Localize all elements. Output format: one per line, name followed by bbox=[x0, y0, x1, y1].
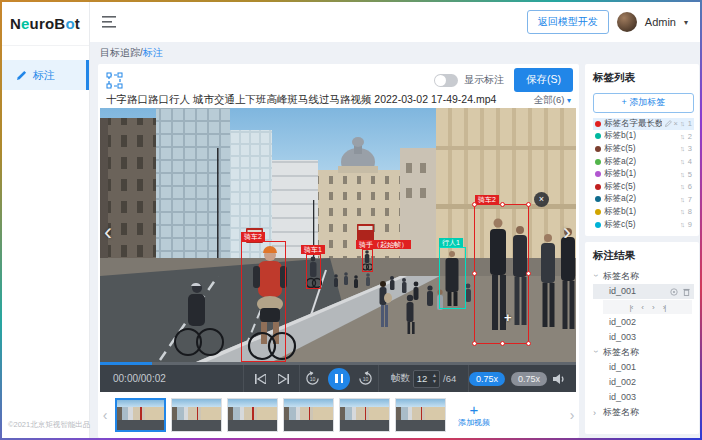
sort-label-icon[interactable]: ↑↓ bbox=[680, 145, 683, 152]
resize-handle[interactable] bbox=[500, 202, 505, 207]
resize-handle[interactable] bbox=[500, 341, 505, 346]
annotation-box-selected[interactable] bbox=[474, 204, 529, 344]
avatar[interactable] bbox=[617, 12, 637, 32]
back-to-model-dev-button[interactable]: 返回模型开发 bbox=[527, 10, 609, 34]
pager-next-icon[interactable]: › bbox=[652, 303, 654, 312]
sort-label-icon[interactable]: ↑↓ bbox=[680, 196, 683, 203]
bbox-label[interactable]: 骑车1 bbox=[301, 245, 325, 254]
stepper-arrows[interactable]: ▲▼ bbox=[430, 373, 439, 384]
label-row[interactable]: 标签名字最长数... × ↑↓ 1 bbox=[593, 118, 694, 131]
video-title: 十字路口路口行人 城市交通上下班高峰斑马线过马路视频 2022-03-02 17… bbox=[106, 93, 534, 107]
pause-button[interactable] bbox=[328, 368, 350, 390]
label-color-dot bbox=[595, 171, 601, 177]
frame-number-input[interactable] bbox=[414, 373, 430, 384]
video-thumbnail[interactable] bbox=[395, 398, 446, 432]
trash-icon[interactable] bbox=[683, 288, 690, 296]
result-group-header[interactable]: › 标签名称 bbox=[593, 405, 694, 420]
resize-handle[interactable] bbox=[526, 271, 531, 276]
step-down-icon[interactable]: ▼ bbox=[432, 379, 437, 384]
next-video-arrow-icon[interactable]: › bbox=[563, 220, 571, 244]
bbox-label[interactable]: 骑车2 bbox=[241, 232, 265, 241]
logo-text: e bbox=[21, 15, 30, 32]
breadcrumb-parent[interactable]: 目标追踪 bbox=[100, 47, 140, 58]
pager-first-icon[interactable]: |‹ bbox=[630, 303, 633, 312]
progress-bar[interactable] bbox=[100, 362, 576, 365]
result-item[interactable]: id_003 bbox=[593, 330, 694, 345]
delete-annotation-icon[interactable]: × bbox=[534, 192, 549, 207]
label-row[interactable]: 标签c(5) ↑↓ 3 bbox=[593, 143, 694, 156]
move-cursor-icon: + bbox=[504, 310, 512, 325]
rewind-10-icon[interactable]: 10 bbox=[305, 371, 320, 386]
video-thumbnail[interactable] bbox=[227, 398, 278, 432]
speed-volume-controls: 0.75x 0.75x bbox=[469, 362, 576, 392]
result-item-selected[interactable]: id_001 bbox=[593, 284, 694, 299]
video-thumbnail[interactable] bbox=[339, 398, 390, 432]
annotation-box[interactable] bbox=[439, 247, 466, 309]
add-label-button[interactable]: + 添加标签 bbox=[593, 93, 694, 113]
add-video-button[interactable]: + 添加视频 bbox=[451, 396, 497, 434]
edit-label-icon[interactable] bbox=[665, 120, 672, 127]
sort-label-icon[interactable]: ↑↓ bbox=[680, 133, 683, 140]
label-color-dot bbox=[595, 121, 601, 127]
collapse-menu-icon[interactable] bbox=[102, 16, 116, 28]
bbox-label[interactable]: 行人1 bbox=[439, 238, 463, 247]
show-annotations-toggle[interactable] bbox=[434, 74, 458, 87]
label-row[interactable]: 标签b(1) ↑↓ 2 bbox=[593, 130, 694, 143]
strip-prev-icon[interactable]: ‹ bbox=[100, 407, 110, 423]
pager-prev-icon[interactable]: ‹ bbox=[641, 303, 643, 312]
logo-text: t bbox=[75, 15, 80, 32]
prev-video-arrow-icon[interactable]: ‹ bbox=[104, 220, 112, 244]
resize-handle[interactable] bbox=[526, 202, 531, 207]
forward-10-icon[interactable]: 10 bbox=[358, 371, 373, 386]
result-item[interactable]: id_002 bbox=[593, 315, 694, 330]
result-item[interactable]: id_002 bbox=[593, 375, 694, 390]
sort-label-icon[interactable]: ↑↓ bbox=[680, 208, 683, 215]
video-filter-dropdown[interactable]: 全部(6) ▾ bbox=[534, 94, 571, 107]
sort-label-icon[interactable]: ↑↓ bbox=[680, 158, 683, 165]
result-group-header[interactable]: › 标签名称 bbox=[593, 345, 694, 360]
annotation-box[interactable] bbox=[362, 249, 373, 272]
username: Admin bbox=[645, 16, 676, 28]
volume-icon[interactable] bbox=[553, 373, 566, 385]
sort-label-icon[interactable]: ↑↓ bbox=[680, 221, 683, 228]
resize-handle[interactable] bbox=[526, 341, 531, 346]
annotation-box[interactable] bbox=[241, 241, 286, 362]
speed-pill[interactable]: 0.75x bbox=[511, 372, 547, 386]
result-id: id_001 bbox=[609, 284, 670, 299]
next-frame-icon[interactable] bbox=[278, 374, 289, 384]
speed-pill-active[interactable]: 0.75x bbox=[469, 372, 505, 386]
label-order: 2 bbox=[686, 132, 692, 141]
video-thumbnail[interactable] bbox=[115, 398, 166, 432]
sort-label-icon[interactable]: ↑↓ bbox=[680, 183, 683, 190]
user-menu-caret-icon[interactable]: ▾ bbox=[684, 18, 688, 27]
label-row[interactable]: 标签b(1) ↑↓ 8 bbox=[593, 206, 694, 219]
strip-next-icon[interactable]: › bbox=[567, 407, 577, 423]
sort-label-icon[interactable]: ↑↓ bbox=[680, 171, 683, 178]
save-button[interactable]: 保存(S) bbox=[514, 68, 573, 92]
rect-select-tool-icon[interactable] bbox=[106, 72, 123, 89]
video-canvas[interactable]: ‹ › 骑车2 骑车1 骑手（起始帧） 行人1 骑车2 bbox=[100, 108, 576, 362]
video-thumbnail[interactable] bbox=[283, 398, 334, 432]
annotation-box[interactable] bbox=[306, 254, 321, 289]
result-group-header[interactable]: › 标签名称 bbox=[593, 269, 694, 284]
label-row[interactable]: 标签c(5) ↑↓ 6 bbox=[593, 180, 694, 193]
resize-handle[interactable] bbox=[472, 341, 477, 346]
visibility-icon[interactable] bbox=[670, 288, 678, 296]
result-item[interactable]: id_001 bbox=[593, 360, 694, 375]
prev-frame-icon[interactable] bbox=[255, 374, 266, 384]
frame-number-stepper: ▲▼ bbox=[413, 370, 440, 388]
bbox-label[interactable]: 骑车2 bbox=[475, 195, 499, 204]
delete-label-icon[interactable]: × bbox=[674, 119, 678, 128]
label-row[interactable]: 标签a(2) ↑↓ 7 bbox=[593, 193, 694, 206]
sidebar-item-annotate[interactable]: 标注 bbox=[2, 60, 89, 90]
sort-label-icon[interactable]: ↑↓ bbox=[680, 120, 683, 127]
bbox-label[interactable]: 骑手（起始帧） bbox=[356, 240, 411, 249]
pager-last-icon[interactable]: ›| bbox=[663, 303, 666, 312]
resize-handle[interactable] bbox=[472, 202, 477, 207]
label-row[interactable]: 标签b(1) ↑↓ 5 bbox=[593, 168, 694, 181]
result-item[interactable]: id_003 bbox=[593, 390, 694, 405]
video-thumbnail[interactable] bbox=[171, 398, 222, 432]
resize-handle[interactable] bbox=[472, 271, 477, 276]
label-row[interactable]: 标签c(5) ↑↓ 9 bbox=[593, 218, 694, 231]
label-row[interactable]: 标签a(2) ↑↓ 4 bbox=[593, 155, 694, 168]
